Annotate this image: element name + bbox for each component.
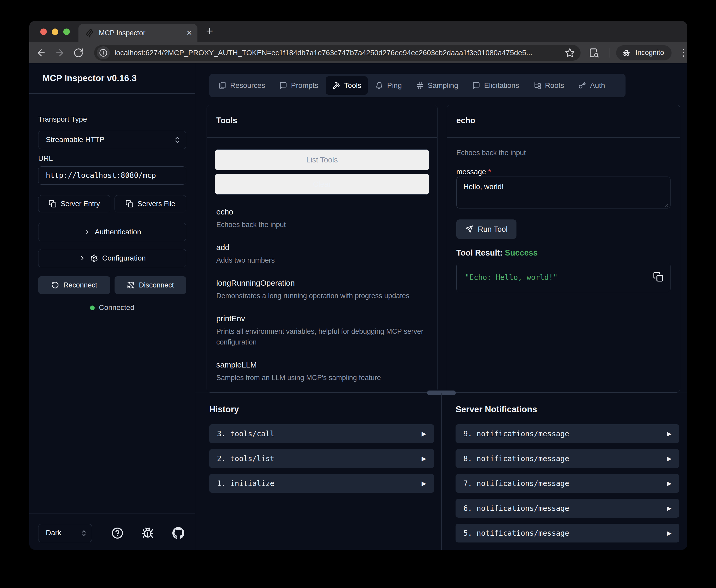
tab-prompts[interactable]: Prompts	[273, 76, 325, 95]
param-label: message*	[456, 168, 491, 176]
toolbar-divider	[610, 48, 610, 58]
hash-icon	[416, 82, 424, 89]
vertical-divider	[441, 393, 442, 550]
forward-icon[interactable]	[55, 48, 65, 58]
tool-list: echo Echoes back the input add Adds two …	[216, 207, 428, 393]
tab-label: Prompts	[291, 81, 318, 90]
resize-handle-icon[interactable]	[663, 202, 668, 207]
tab-close-icon[interactable]: ✕	[186, 24, 192, 42]
back-icon[interactable]	[36, 48, 46, 58]
transport-type-select[interactable]: Streamable HTTP	[38, 131, 186, 149]
server-entry-button[interactable]: Server Entry	[38, 195, 110, 212]
tree-icon	[533, 82, 541, 89]
files-icon	[218, 82, 226, 89]
theme-select[interactable]: Dark	[38, 524, 92, 542]
history-item[interactable]: 1. initialize ▶	[209, 474, 434, 493]
bell-icon	[375, 82, 383, 89]
chevron-right-icon	[79, 254, 86, 262]
notification-item[interactable]: 7. notifications/message ▶	[456, 474, 679, 493]
tab-label: Tools	[344, 81, 361, 90]
run-tool-label: Run Tool	[478, 225, 507, 234]
url-text[interactable]: localhost:6274/?MCP_PROXY_AUTH_TOKEN=ec1…	[114, 45, 560, 61]
copy-result-icon[interactable]	[653, 272, 664, 282]
send-icon	[465, 225, 473, 233]
key-icon	[578, 82, 586, 89]
reload-icon[interactable]	[73, 48, 84, 58]
expand-play-icon: ▶	[421, 480, 426, 487]
tab-tools[interactable]: Tools	[326, 76, 368, 95]
history-item[interactable]: 2. tools/list ▶	[209, 449, 434, 468]
server-entry-label: Server Entry	[61, 200, 100, 208]
bookmark-star-icon[interactable]	[565, 48, 575, 58]
tab-roots[interactable]: Roots	[527, 76, 571, 95]
close-window-button[interactable]	[40, 28, 47, 35]
configuration-toggle[interactable]: Configuration	[38, 249, 186, 267]
authentication-toggle[interactable]: Authentication	[38, 223, 186, 241]
tool-name: printEnv	[216, 314, 428, 323]
list-item[interactable]: sampleLLM Samples from an LLM using MCP'…	[216, 360, 428, 383]
servers-file-button[interactable]: Servers File	[114, 195, 186, 212]
connected-dot-icon	[90, 306, 95, 310]
page-search-icon[interactable]	[589, 48, 599, 58]
url-bar[interactable]: localhost:6274/?MCP_PROXY_AUTH_TOKEN=ec1…	[94, 45, 581, 61]
notification-item[interactable]: 6. notifications/message ▶	[456, 499, 679, 518]
list-item[interactable]: add Adds two numbers	[216, 243, 428, 266]
chevrons-up-down-icon	[173, 136, 181, 144]
clear-tools-button[interactable]: Clear	[215, 174, 429, 195]
site-info-icon[interactable]	[97, 46, 110, 59]
minimize-window-button[interactable]	[52, 28, 58, 35]
notification-item[interactable]: 9. notifications/message ▶	[456, 424, 679, 443]
disconnect-button[interactable]: Disconnect	[114, 276, 186, 294]
expand-play-icon: ▶	[421, 455, 426, 462]
tool-name: longRunningOperation	[216, 278, 428, 288]
history-title: History	[209, 404, 434, 414]
maximize-window-button[interactable]	[63, 28, 70, 35]
tab-elicitations[interactable]: Elicitations	[466, 76, 526, 95]
list-item[interactable]: echo Echoes back the input	[216, 207, 428, 230]
server-url-input[interactable]: http://localhost:8080/mcp	[38, 166, 186, 185]
list-item[interactable]: printEnv Prints all environment variable…	[216, 314, 428, 348]
notification-item[interactable]: 5. notifications/message ▶	[456, 524, 679, 543]
reconnect-label: Reconnect	[63, 281, 97, 289]
tab-ping[interactable]: Ping	[369, 76, 408, 95]
connection-status-label: Connected	[99, 303, 134, 312]
bug-icon[interactable]	[142, 527, 154, 539]
sidebar-footer: Dark	[29, 513, 195, 550]
new-tab-button[interactable]: +	[206, 21, 213, 42]
tab-resources[interactable]: Resources	[212, 76, 272, 95]
authentication-label: Authentication	[95, 228, 141, 236]
tab-title: MCP Inspector	[99, 24, 145, 42]
notification-item[interactable]: 8. notifications/message ▶	[456, 449, 679, 468]
hammer-icon	[332, 82, 340, 89]
message-icon	[472, 82, 480, 89]
tool-description: Samples from an LLM using MCP's sampling…	[216, 373, 428, 383]
tool-description: Prints all environment variables, helpfu…	[216, 326, 428, 348]
required-asterisk: *	[488, 168, 491, 176]
history-item[interactable]: 3. tools/call ▶	[209, 424, 434, 443]
url-label: URL	[38, 154, 53, 163]
message-input[interactable]: Hello, world!	[456, 176, 671, 208]
reconnect-button[interactable]: Reconnect	[38, 276, 110, 294]
tab-label: Resources	[230, 81, 265, 90]
help-icon[interactable]	[111, 527, 124, 539]
tab-sampling[interactable]: Sampling	[410, 76, 465, 95]
tool-name: echo	[216, 207, 428, 216]
sidebar: MCP Inspector v0.16.3 Transport Type Str…	[29, 63, 195, 550]
transport-type-label: Transport Type	[38, 115, 87, 123]
browser-toolbar: localhost:6274/?MCP_PROXY_AUTH_TOKEN=ec1…	[29, 42, 687, 63]
browser-menu-icon[interactable]: ⋮	[678, 42, 687, 63]
feature-tabbar: Resources Prompts Tools Ping Sampling El…	[209, 74, 626, 97]
list-tools-button[interactable]: List Tools	[215, 149, 429, 170]
run-tool-button[interactable]: Run Tool	[456, 219, 517, 239]
browser-tab[interactable]: MCP Inspector ✕	[79, 24, 197, 42]
copy-icon	[49, 200, 57, 208]
tool-name: add	[216, 243, 428, 252]
tool-description: Demonstrates a long running operation wi…	[216, 291, 428, 301]
github-icon[interactable]	[172, 527, 185, 539]
chevrons-up-down-icon	[80, 529, 88, 537]
tool-result-value: "Echo: Hello, world!"	[465, 273, 558, 282]
servers-file-label: Servers File	[137, 200, 175, 208]
tab-label: Sampling	[428, 81, 458, 90]
list-item[interactable]: longRunningOperation Demonstrates a long…	[216, 278, 428, 301]
tab-auth[interactable]: Auth	[572, 76, 612, 95]
